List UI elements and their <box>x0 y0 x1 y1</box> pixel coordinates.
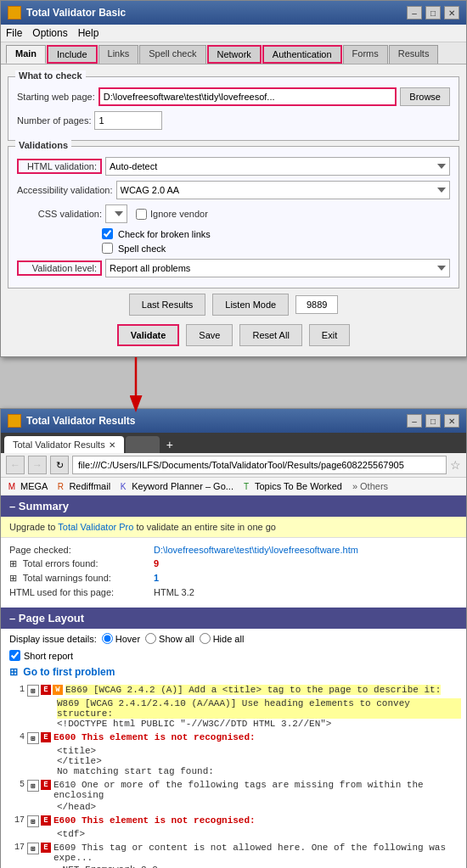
starting-web-page-label: Starting web page: <box>17 92 95 102</box>
validations-section: Validations HTML validation: Auto-detect… <box>8 146 459 288</box>
issue-17a-expand[interactable]: ⊞ <box>27 815 39 827</box>
go-to-first-problem[interactable]: ⊞ Go to first problem <box>1 663 466 681</box>
warnings-expand-icon[interactable]: ⊞ <box>9 573 17 583</box>
issues-list: 1 ⊞ E W E869 [WCAG 2.4.2 (A)] Add a <tit… <box>1 681 466 868</box>
menu-options[interactable]: Options <box>32 27 67 39</box>
tab-include[interactable]: Include <box>47 45 97 64</box>
listen-row: Last Results Listen Mode <box>8 294 459 316</box>
tab-results[interactable]: Results <box>389 45 439 64</box>
tab-forms[interactable]: Forms <box>343 45 388 64</box>
accessibility-row: Accessibility validation: WCAG 2.0 AA <box>17 181 450 199</box>
new-tab-button[interactable]: + <box>161 436 178 453</box>
issue-5-expand[interactable]: ⊞ <box>27 780 39 792</box>
short-report-checkbox[interactable] <box>9 650 20 661</box>
exit-button[interactable]: Exit <box>309 324 350 346</box>
tv-icon-bottom <box>8 414 21 428</box>
tab-links[interactable]: Links <box>98 45 139 64</box>
issue-5-text: E610 One or more of the following tags a… <box>53 780 461 800</box>
summary-table: Page checked: D:\lovefreesoftware\test\t… <box>1 538 466 604</box>
short-report-label: Short report <box>24 651 73 661</box>
total-errors-val: 9 <box>154 558 159 568</box>
forward-button[interactable]: → <box>28 456 47 474</box>
issue-1-expand[interactable]: ⊞ <box>27 685 39 697</box>
html-validation-select[interactable]: Auto-detect <box>105 157 450 176</box>
bookmark-keyword-planner[interactable]: K Keyword Planner – Go... <box>117 480 234 492</box>
upgrade-link[interactable]: Total Validator Pro <box>58 522 133 532</box>
total-errors-row: ⊞ Total errors found: 9 <box>9 557 458 571</box>
bookmarks-more[interactable]: » Others <box>352 481 388 491</box>
bottom-window: Total Validator Results – □ ✕ Total Vali… <box>0 408 467 868</box>
maximize-button[interactable]: □ <box>425 6 441 20</box>
hover-radio[interactable] <box>102 633 113 644</box>
tab-main[interactable]: Main <box>6 45 46 64</box>
back-button[interactable]: ← <box>6 456 25 474</box>
show-all-radio[interactable] <box>145 633 156 644</box>
bookmark-topics[interactable]: T Topics To Be Worked <box>240 480 342 492</box>
summary-header: – Summary <box>1 496 466 517</box>
save-button[interactable]: Save <box>186 324 233 346</box>
summary-header-text: – Summary <box>9 500 69 512</box>
issue-num-1: 1 <box>6 685 25 694</box>
ignore-vendor-checkbox[interactable] <box>136 209 147 220</box>
menu-help[interactable]: Help <box>78 27 99 39</box>
listen-port-input[interactable] <box>295 295 338 314</box>
page-checked-val[interactable]: D:\lovefreesoftware\test\tidy\lovefreeso… <box>154 545 358 555</box>
minimize-button[interactable]: – <box>407 6 422 20</box>
accessibility-select[interactable]: WCAG 2.0 AA <box>116 181 451 199</box>
spell-check-checkbox[interactable] <box>102 243 113 254</box>
star-button[interactable]: ☆ <box>450 458 461 472</box>
refresh-button[interactable]: ↻ <box>50 456 69 474</box>
bottom-close-button[interactable]: ✕ <box>444 414 459 428</box>
last-results-button[interactable]: Last Results <box>129 294 206 316</box>
hide-all-label: Hide all <box>213 634 245 644</box>
issue-17a-error-badge: E <box>41 815 51 826</box>
hover-radio-group: Hover <box>102 633 140 644</box>
tab-authentication[interactable]: Authentication <box>262 45 342 64</box>
errors-expand-icon[interactable]: ⊞ <box>9 558 17 568</box>
broken-links-checkbox[interactable] <box>102 228 113 239</box>
address-bar-row: ← → ↻ ☆ <box>1 453 466 478</box>
browser-tab-close[interactable]: ✕ <box>109 440 115 450</box>
bookmark-mega-label: MEGA <box>20 481 48 491</box>
hide-all-radio-group: Hide all <box>200 633 245 644</box>
css-validation-select[interactable] <box>105 204 127 223</box>
bookmark-keyword-label: Keyword Planner – Go... <box>132 481 234 491</box>
menu-bar: File Options Help <box>1 25 466 42</box>
starting-web-page-input[interactable] <box>98 87 397 106</box>
window-title-top: Total Validator Basic <box>26 7 126 19</box>
browser-tab-new[interactable] <box>126 436 160 453</box>
validation-level-select[interactable]: Report all problems <box>105 259 450 277</box>
tab-network[interactable]: Network <box>207 45 262 64</box>
upgrade-text-after: to validate an entire site in one go <box>133 522 276 532</box>
issue-4-subline2: </title> <box>57 756 461 766</box>
issue-17b-expand[interactable]: ⊞ <box>27 843 39 854</box>
menu-file[interactable]: File <box>6 27 22 39</box>
validate-button[interactable]: Validate <box>117 324 180 346</box>
browse-button[interactable]: Browse <box>400 87 450 106</box>
issue-4-expand[interactable]: ⊞ <box>27 732 39 744</box>
display-label: Display issue details: <box>9 634 97 644</box>
browser-tab-results[interactable]: Total Validator Results ✕ <box>4 436 124 453</box>
bottom-maximize-button[interactable]: □ <box>425 414 441 428</box>
bookmark-rediffmail[interactable]: R Rediffmail <box>54 480 110 492</box>
go-to-first-label: Go to first problem <box>23 666 115 678</box>
ignore-vendor-label: Ignore vendor <box>150 209 208 219</box>
bookmark-mega[interactable]: M MEGA <box>6 480 48 492</box>
issue-17b-error-badge: E <box>41 843 51 853</box>
close-button[interactable]: ✕ <box>444 6 459 20</box>
hide-all-radio[interactable] <box>200 633 211 644</box>
title-bar-buttons: – □ ✕ <box>407 6 459 20</box>
reset-all-button[interactable]: Reset All <box>239 324 301 346</box>
issue-4-error-badge: E <box>41 732 51 742</box>
listen-mode-button[interactable]: Listen Mode <box>212 294 289 316</box>
number-of-pages-input[interactable] <box>94 111 162 130</box>
validation-level-row: Validation level: Report all problems <box>17 259 450 277</box>
tab-spellcheck[interactable]: Spell check <box>139 45 205 64</box>
issue-5-subline: </head> <box>57 802 461 812</box>
issue-17b-text: E609 This tag or content is not allowed … <box>53 843 461 863</box>
issue-5-error-badge: E <box>41 780 51 790</box>
arrow-svg <box>110 349 212 417</box>
bottom-minimize-button[interactable]: – <box>407 414 422 428</box>
address-field[interactable] <box>72 456 447 474</box>
total-warnings-row: ⊞ Total warnings found: 1 <box>9 571 458 585</box>
